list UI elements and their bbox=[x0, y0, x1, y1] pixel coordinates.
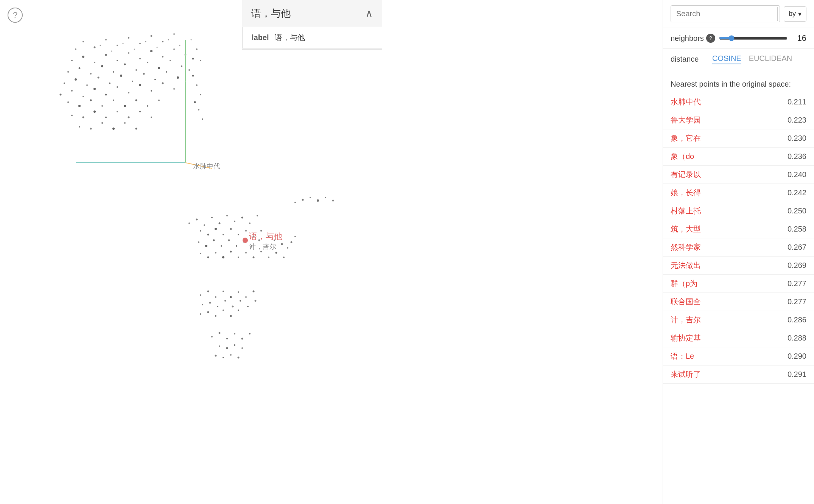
svg-point-53 bbox=[151, 90, 152, 92]
svg-point-80 bbox=[196, 48, 198, 50]
nearest-point-label: 象（do bbox=[671, 151, 694, 162]
nearest-point-item[interactable]: 群（p为0.277 bbox=[663, 275, 814, 293]
svg-point-105 bbox=[219, 222, 221, 224]
nearest-point-item[interactable]: 水肺中代0.211 bbox=[663, 93, 814, 111]
nearest-point-label: 群（p为 bbox=[671, 278, 697, 289]
svg-point-115 bbox=[230, 228, 232, 230]
svg-point-122 bbox=[205, 245, 207, 247]
nearest-point-item[interactable]: 娘，长得0.242 bbox=[663, 184, 814, 202]
svg-point-108 bbox=[241, 217, 243, 219]
nearest-point-score: 0.291 bbox=[788, 370, 806, 379]
svg-point-61 bbox=[113, 100, 114, 101]
help-icon[interactable]: ? bbox=[8, 8, 23, 23]
svg-point-171 bbox=[247, 306, 249, 307]
svg-point-71 bbox=[128, 117, 130, 118]
svg-point-84 bbox=[200, 94, 201, 95]
svg-point-83 bbox=[196, 84, 198, 86]
svg-point-60 bbox=[101, 105, 103, 107]
svg-point-4 bbox=[117, 45, 118, 46]
svg-point-146 bbox=[291, 241, 293, 243]
nearest-point-label: 然科学家 bbox=[671, 242, 701, 252]
neighbors-slider[interactable] bbox=[719, 35, 788, 41]
svg-point-138 bbox=[238, 257, 239, 258]
nearest-point-score: 0.277 bbox=[788, 297, 806, 306]
svg-point-174 bbox=[207, 311, 209, 313]
svg-point-57 bbox=[67, 101, 69, 103]
svg-point-101 bbox=[188, 222, 190, 224]
svg-point-169 bbox=[232, 306, 234, 308]
svg-point-125 bbox=[228, 240, 230, 241]
svg-point-110 bbox=[257, 215, 258, 216]
svg-point-10 bbox=[71, 60, 73, 61]
nearest-point-item[interactable]: 象，它在0.230 bbox=[663, 129, 814, 148]
nearest-point-score: 0.277 bbox=[788, 279, 806, 288]
nearest-point-score: 0.288 bbox=[788, 334, 806, 342]
svg-point-179 bbox=[211, 336, 213, 338]
svg-point-26 bbox=[124, 64, 126, 65]
svg-point-58 bbox=[78, 105, 81, 107]
svg-point-150 bbox=[310, 197, 311, 198]
nearest-point-score: 0.286 bbox=[788, 316, 806, 324]
nearest-point-item[interactable]: 象（do0.236 bbox=[663, 148, 814, 166]
svg-point-109 bbox=[249, 222, 251, 224]
svg-point-34 bbox=[75, 78, 77, 81]
svg-point-38 bbox=[120, 75, 122, 77]
search-input-wrapper: * bbox=[671, 5, 780, 22]
nearest-point-item[interactable]: 语：Le0.290 bbox=[663, 347, 814, 366]
distance-cosine-option[interactable]: COSINE bbox=[712, 54, 741, 64]
search-regex-button[interactable]: * bbox=[777, 7, 780, 21]
nearest-point-item[interactable]: 无法做出0.269 bbox=[663, 257, 814, 275]
svg-point-63 bbox=[135, 100, 137, 101]
svg-point-117 bbox=[245, 230, 247, 232]
nearest-point-label: 有记录以 bbox=[671, 170, 701, 180]
nearest-point-label: 语：Le bbox=[671, 351, 694, 361]
svg-point-85 bbox=[194, 101, 196, 103]
svg-point-189 bbox=[215, 355, 217, 357]
nearest-point-item[interactable]: 联合国全0.277 bbox=[663, 293, 814, 311]
svg-point-54 bbox=[162, 82, 164, 84]
neighbors-label: neighbors ? bbox=[671, 34, 715, 43]
svg-point-69 bbox=[105, 117, 107, 118]
svg-point-177 bbox=[230, 315, 232, 317]
nearest-point-item[interactable]: 输协定基0.288 bbox=[663, 329, 814, 347]
nearest-point-label: 象，它在 bbox=[671, 133, 701, 143]
svg-point-181 bbox=[226, 338, 228, 339]
svg-point-95 bbox=[179, 45, 181, 46]
nearest-point-score: 0.223 bbox=[788, 116, 806, 124]
svg-point-170 bbox=[240, 300, 241, 302]
svg-point-37 bbox=[109, 82, 111, 84]
svg-point-27 bbox=[135, 69, 137, 71]
search-input[interactable] bbox=[671, 6, 777, 22]
svg-point-126 bbox=[236, 245, 237, 247]
svg-point-47 bbox=[82, 96, 84, 97]
svg-point-6 bbox=[139, 43, 141, 44]
svg-point-112 bbox=[207, 234, 209, 236]
svg-point-148 bbox=[294, 202, 296, 203]
nearest-point-item[interactable]: 来试听了0.291 bbox=[663, 366, 814, 384]
distance-euclidean-option[interactable]: EUCLIDEAN bbox=[749, 54, 792, 64]
lower-cluster-bottom bbox=[200, 291, 257, 359]
search-by-dropdown[interactable]: by ▾ bbox=[784, 6, 806, 22]
nearest-point-item[interactable]: 有记录以0.240 bbox=[663, 166, 814, 184]
svg-point-183 bbox=[241, 338, 243, 340]
nearest-point-item[interactable]: 筑，大型0.258 bbox=[663, 220, 814, 238]
svg-point-67 bbox=[82, 117, 84, 118]
nearest-point-item[interactable]: 然科学家0.267 bbox=[663, 238, 814, 257]
neighbors-value: 16 bbox=[791, 33, 806, 43]
svg-point-32 bbox=[192, 58, 194, 60]
nearest-point-item[interactable]: 村落上托0.250 bbox=[663, 202, 814, 220]
nearest-point-item[interactable]: 鲁大学园0.223 bbox=[663, 111, 814, 129]
tooltip-close-button[interactable]: ∧ bbox=[365, 8, 373, 19]
tooltip-panel: 语，与他 ∧ label 语，与他 bbox=[242, 0, 382, 50]
svg-point-52 bbox=[139, 84, 141, 86]
search-row: * by ▾ bbox=[663, 0, 814, 28]
svg-point-107 bbox=[234, 221, 235, 222]
nearest-point-label: 来试听了 bbox=[671, 369, 701, 380]
nearest-point-score: 0.290 bbox=[788, 352, 806, 361]
nearest-points-list: 水肺中代0.211鲁大学园0.223象，它在0.230象（do0.236有记录以… bbox=[663, 93, 814, 504]
neighbors-help-icon[interactable]: ? bbox=[706, 34, 715, 43]
svg-point-175 bbox=[215, 315, 216, 317]
nearest-point-item[interactable]: 计，吉尔0.286 bbox=[663, 311, 814, 329]
svg-point-30 bbox=[170, 60, 171, 61]
svg-point-82 bbox=[192, 75, 194, 77]
